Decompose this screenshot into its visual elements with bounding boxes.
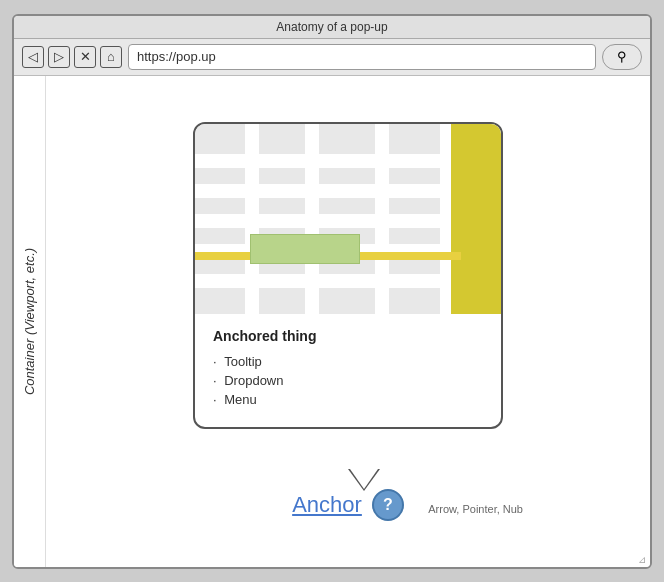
nav-buttons: ◁ ▷ ✕ ⌂	[22, 46, 122, 68]
list-item: Menu	[213, 390, 483, 409]
help-button[interactable]: ?	[372, 489, 404, 521]
anchored-thing-label: Anchored thing	[213, 328, 483, 344]
title-bar: Anatomy of a pop-up	[14, 16, 650, 39]
popup-arrow-inner	[350, 469, 378, 489]
home-button[interactable]: ⌂	[100, 46, 122, 68]
map-area	[195, 124, 501, 314]
sidebar-label-container: Container (Viewport, etc.)	[14, 76, 46, 567]
popup-arrow	[348, 469, 380, 491]
forward-button[interactable]: ▷	[48, 46, 70, 68]
anchor-row: Anchor ?	[292, 489, 404, 521]
browser-window: Anatomy of a pop-up ◁ ▷ ✕ ⌂ ⚲ Container …	[12, 14, 652, 569]
search-button[interactable]: ⚲	[602, 44, 642, 70]
anchor-link[interactable]: Anchor	[292, 492, 362, 518]
help-icon: ?	[383, 496, 393, 514]
popup-body: Anchored thing Tooltip Dropdown Menu	[195, 314, 501, 427]
window-title: Anatomy of a pop-up	[276, 20, 387, 34]
content-area: Container (Viewport, etc.)	[14, 76, 650, 567]
popup-arrow-container	[348, 469, 380, 491]
toolbar: ◁ ▷ ✕ ⌂ ⚲	[14, 39, 650, 76]
list-item: Dropdown	[213, 371, 483, 390]
main-content: Anchored thing Tooltip Dropdown Menu	[46, 76, 650, 567]
arrow-label: Arrow, Pointer, Nub	[428, 503, 523, 515]
sidebar-text: Container (Viewport, etc.)	[22, 247, 37, 394]
search-icon: ⚲	[617, 49, 627, 64]
close-button[interactable]: ✕	[74, 46, 96, 68]
popup-list: Tooltip Dropdown Menu	[213, 352, 483, 409]
resize-handle[interactable]: ⊿	[638, 554, 646, 565]
back-button[interactable]: ◁	[22, 46, 44, 68]
address-bar[interactable]	[128, 44, 596, 70]
popup-container: Anchored thing Tooltip Dropdown Menu	[193, 122, 503, 429]
list-item: Tooltip	[213, 352, 483, 371]
